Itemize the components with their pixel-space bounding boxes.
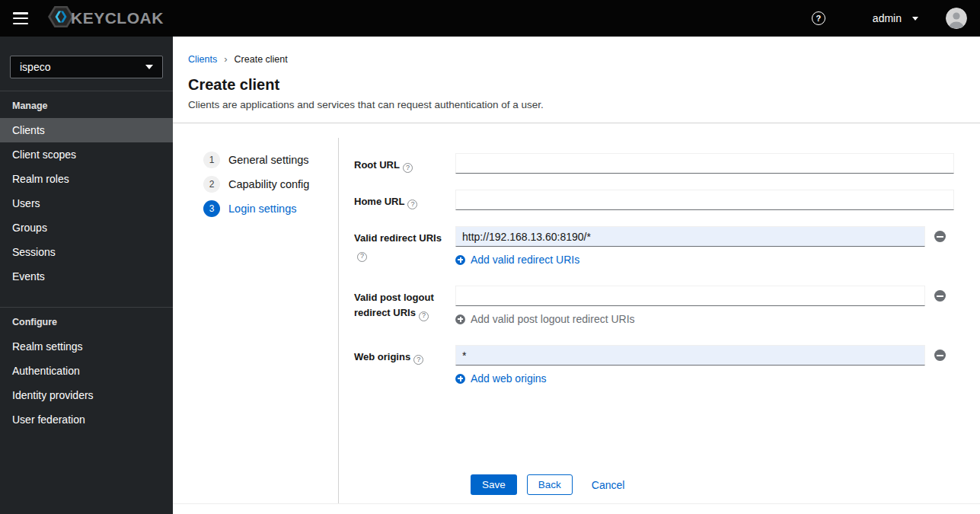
- step-number: 2: [203, 176, 220, 193]
- help-icon[interactable]: [403, 163, 413, 173]
- wizard-content: 1 General settings 2 Capability config 3…: [173, 123, 980, 504]
- add-web-origins-link[interactable]: Add web origins: [455, 372, 547, 385]
- sidebar-item-identity-providers[interactable]: Identity providers: [0, 383, 173, 407]
- sidebar: ispeco Manage Clients Client scopes Real…: [0, 37, 173, 514]
- main-content: Clients Create client Create client Clie…: [173, 37, 980, 514]
- chevron-down-icon: [912, 17, 918, 21]
- remove-post-logout-uri-button[interactable]: [934, 290, 946, 302]
- login-settings-form: Root URL Home URL Valid redirect URIs: [339, 123, 980, 503]
- step-number: 3: [203, 200, 220, 217]
- save-button[interactable]: Save: [471, 474, 517, 495]
- valid-redirect-uris-row: Valid redirect URIs Add valid redirect U…: [354, 226, 954, 266]
- sidebar-item-sessions[interactable]: Sessions: [0, 240, 173, 264]
- page-header: Clients Create client Create client Clie…: [173, 37, 980, 123]
- plus-circle-icon: [455, 314, 465, 324]
- web-origins-label: Web origins: [354, 345, 455, 385]
- hamburger-menu-icon[interactable]: [13, 12, 28, 24]
- add-valid-redirect-uris-link[interactable]: Add valid redirect URIs: [455, 254, 579, 266]
- keycloak-logo: KEYCLOAK: [48, 5, 164, 31]
- nav-section-manage: Manage: [0, 91, 173, 118]
- sidebar-item-client-scopes[interactable]: Client scopes: [0, 142, 173, 167]
- breadcrumb: Clients Create client: [188, 53, 965, 65]
- wizard-nav: 1 General settings 2 Capability config 3…: [173, 138, 339, 503]
- home-url-row: Home URL: [354, 190, 954, 210]
- username-label: admin: [873, 12, 902, 24]
- web-origins-input[interactable]: [455, 345, 925, 366]
- sidebar-item-clients[interactable]: Clients: [0, 118, 173, 142]
- sidebar-item-realm-roles[interactable]: Realm roles: [0, 167, 173, 191]
- wizard-step-capability-config[interactable]: 2 Capability config: [203, 176, 338, 193]
- realm-selector-value: ispeco: [20, 61, 50, 73]
- root-url-input[interactable]: [455, 153, 954, 174]
- step-number: 1: [203, 152, 220, 168]
- help-icon[interactable]: [357, 252, 367, 262]
- sidebar-item-events[interactable]: Events: [0, 264, 173, 289]
- valid-post-logout-redirect-uris-label: Valid post logout redirect URIs: [354, 286, 455, 325]
- realm-selector[interactable]: ispeco: [10, 56, 163, 78]
- sidebar-item-groups[interactable]: Groups: [0, 215, 173, 240]
- root-url-label: Root URL: [354, 153, 455, 174]
- remove-redirect-uri-button[interactable]: [934, 231, 946, 242]
- nav-section-configure: Configure: [0, 308, 173, 334]
- help-icon[interactable]: [413, 355, 423, 365]
- home-url-input[interactable]: [455, 190, 954, 210]
- valid-redirect-uris-label: Valid redirect URIs: [354, 226, 455, 266]
- web-origins-row: Web origins Add web origins: [354, 345, 954, 385]
- top-bar: KEYCLOAK admin: [0, 0, 980, 37]
- sidebar-item-users[interactable]: Users: [0, 191, 173, 215]
- plus-circle-icon: [455, 255, 465, 265]
- page-subtitle: Clients are applications and services th…: [188, 99, 965, 110]
- plus-circle-icon: [455, 374, 465, 384]
- sidebar-item-realm-settings[interactable]: Realm settings: [0, 334, 173, 359]
- avatar[interactable]: [946, 8, 967, 29]
- back-button[interactable]: Back: [527, 474, 573, 495]
- step-label: Login settings: [228, 203, 296, 215]
- step-label: Capability config: [228, 178, 309, 190]
- breadcrumb-separator-icon: [224, 53, 227, 65]
- help-icon[interactable]: [407, 200, 417, 209]
- chevron-down-icon: [145, 65, 153, 69]
- add-valid-post-logout-redirect-uris-link[interactable]: Add valid post logout redirect URIs: [455, 313, 635, 325]
- help-icon[interactable]: [419, 311, 429, 321]
- step-label: General settings: [228, 154, 309, 166]
- root-url-row: Root URL: [354, 153, 954, 174]
- page-title: Create client: [188, 76, 965, 94]
- home-url-label: Home URL: [354, 190, 455, 210]
- valid-post-logout-redirect-uris-row: Valid post logout redirect URIs Add vali…: [354, 286, 954, 325]
- wizard-step-login-settings[interactable]: 3 Login settings: [203, 200, 338, 217]
- form-actions: Save Back Cancel: [471, 474, 954, 495]
- keycloak-logo-icon: [48, 5, 74, 31]
- help-icon[interactable]: [812, 11, 825, 25]
- sidebar-item-authentication[interactable]: Authentication: [0, 359, 173, 383]
- wizard-step-general-settings[interactable]: 1 General settings: [203, 152, 338, 168]
- remove-web-origin-button[interactable]: [934, 350, 946, 361]
- valid-redirect-uri-input[interactable]: [455, 226, 925, 247]
- valid-post-logout-redirect-uri-input[interactable]: [455, 286, 925, 306]
- breadcrumb-current: Create client: [235, 54, 288, 65]
- cancel-button[interactable]: Cancel: [592, 474, 625, 495]
- breadcrumb-clients-link[interactable]: Clients: [188, 54, 217, 65]
- sidebar-item-user-federation[interactable]: User federation: [0, 407, 173, 432]
- brand-text: KEYCLOAK: [71, 9, 164, 27]
- user-menu[interactable]: admin: [873, 12, 918, 24]
